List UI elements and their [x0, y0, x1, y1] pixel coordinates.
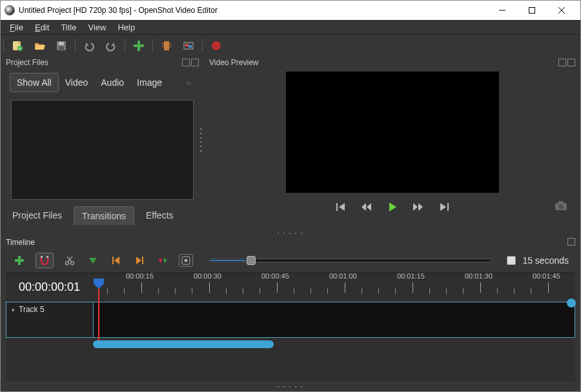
prev-marker-icon[interactable]	[109, 253, 123, 268]
timeline-toolbar: 15 seconds	[1, 250, 580, 271]
playhead-line[interactable]	[98, 281, 99, 340]
track-body[interactable]	[93, 302, 575, 338]
add-marker-icon[interactable]	[86, 253, 100, 268]
save-project-icon[interactable]	[54, 39, 68, 53]
zoom-label: 15 seconds	[522, 255, 569, 266]
menu-bar: File Edit Title View Help	[1, 20, 580, 34]
project-files-title: Project Files	[6, 58, 48, 67]
zoom-slider[interactable]	[209, 259, 491, 262]
undock-icon[interactable]	[182, 59, 190, 66]
window-titlebar: Untitled Project [HD 720p 30 fps] - Open…	[1, 1, 580, 20]
menu-view[interactable]: View	[83, 21, 111, 34]
track-header[interactable]: ▾ Track 5	[6, 302, 93, 338]
track-name: Track 5	[19, 305, 45, 314]
horizontal-scroll-thumb[interactable]	[93, 340, 274, 348]
track-collapse-icon[interactable]: ▾	[12, 307, 15, 313]
svg-rect-32	[41, 256, 43, 258]
video-preview-panel: Video Preview	[204, 56, 580, 230]
svg-rect-25	[336, 203, 338, 211]
new-project-icon[interactable]: +	[10, 39, 25, 53]
filter-video[interactable]: Video	[59, 74, 95, 92]
play-icon[interactable]	[386, 201, 399, 213]
horizontal-scrollbar[interactable]	[93, 340, 575, 348]
video-preview-viewport[interactable]	[286, 72, 499, 193]
timeline-timecode: 00:00:00:01	[6, 273, 93, 300]
bottom-splitter[interactable]: • • • • •	[1, 382, 580, 392]
project-files-well[interactable]	[11, 100, 194, 200]
open-project-icon[interactable]	[32, 39, 46, 53]
svg-rect-22	[185, 44, 189, 46]
svg-rect-8	[59, 42, 64, 45]
svg-line-36	[68, 257, 72, 262]
close-button[interactable]	[547, 1, 576, 20]
svg-rect-11	[134, 44, 144, 47]
timeline-track[interactable]: ▾ Track 5	[6, 302, 575, 338]
snapshot-icon[interactable]	[555, 201, 567, 214]
close-panel-icon[interactable]	[191, 59, 199, 66]
svg-rect-23	[189, 45, 192, 48]
undock-timeline-icon[interactable]	[567, 238, 575, 246]
menu-title[interactable]: Title	[56, 21, 81, 34]
svg-rect-33	[46, 256, 48, 258]
zoom-slider-knob[interactable]	[247, 256, 256, 265]
export-icon[interactable]	[209, 39, 223, 53]
panel-resize-handle[interactable]	[199, 127, 203, 153]
svg-text:+: +	[19, 46, 21, 51]
redo-icon[interactable]	[104, 39, 118, 53]
svg-rect-14	[169, 41, 171, 50]
minimize-button[interactable]	[487, 1, 517, 20]
svg-point-41	[185, 259, 188, 262]
tab-project-files[interactable]: Project Files	[5, 206, 70, 225]
rewind-icon[interactable]	[360, 201, 373, 213]
undock-preview-icon[interactable]	[558, 59, 566, 66]
svg-point-24	[212, 41, 221, 50]
timeline-settings-icon[interactable]	[179, 254, 193, 267]
svg-rect-13	[162, 41, 164, 50]
next-marker-icon[interactable]	[132, 253, 147, 268]
filter-image[interactable]: Image	[130, 74, 168, 92]
app-icon	[5, 5, 15, 15]
tab-transitions[interactable]: Transitions	[74, 206, 134, 225]
razor-icon[interactable]	[63, 253, 77, 268]
svg-rect-28	[558, 201, 564, 204]
menu-edit[interactable]: Edit	[30, 21, 54, 34]
jump-start-icon[interactable]	[334, 201, 347, 213]
jump-end-icon[interactable]	[438, 201, 451, 213]
filter-show-all[interactable]: Show All	[10, 73, 59, 92]
profile-icon[interactable]	[159, 39, 174, 53]
maximize-button[interactable]	[517, 1, 547, 20]
menu-file[interactable]: File	[5, 21, 28, 34]
zoom-checkbox[interactable]	[507, 256, 516, 265]
horizontal-splitter[interactable]: • • • • •	[1, 230, 580, 237]
timeline-panel: Timeline 15 seconds 00	[1, 237, 580, 392]
svg-rect-39	[142, 257, 143, 264]
window-title: Untitled Project [HD 720p 30 fps] - Open…	[19, 6, 487, 15]
undo-icon[interactable]	[82, 39, 96, 53]
fullscreen-icon[interactable]	[181, 39, 196, 53]
tab-effects[interactable]: Effects	[138, 206, 181, 225]
svg-rect-31	[15, 259, 24, 262]
center-playhead-icon[interactable]	[156, 253, 170, 268]
import-files-icon[interactable]	[132, 39, 146, 53]
video-preview-title: Video Preview	[209, 58, 259, 67]
svg-rect-1	[529, 8, 535, 14]
svg-point-29	[559, 204, 564, 209]
svg-line-37	[67, 257, 72, 262]
svg-rect-9	[59, 46, 64, 50]
close-preview-icon[interactable]	[567, 59, 575, 66]
filter-overflow-icon[interactable]: ››	[187, 79, 195, 86]
timeline-title: Timeline	[6, 238, 35, 248]
menu-help[interactable]: Help	[112, 21, 140, 34]
vertical-scroll-thumb[interactable]	[567, 299, 576, 308]
main-toolbar: +	[1, 34, 580, 56]
project-files-panel: Project Files Show All Video Audio Image…	[1, 56, 204, 230]
timeline-body[interactable]: 00:00:00:01 00:00:15 00:00:30 00:00:45 0…	[6, 273, 575, 381]
snap-icon[interactable]	[36, 253, 54, 268]
filter-audio[interactable]: Audio	[94, 74, 130, 92]
add-track-icon[interactable]	[12, 253, 26, 268]
svg-rect-26	[447, 203, 449, 211]
fast-forward-icon[interactable]	[412, 201, 425, 213]
svg-rect-38	[112, 257, 114, 264]
timeline-ruler[interactable]: 00:00:15 00:00:30 00:00:45 00:01:00 00:0…	[93, 273, 575, 300]
